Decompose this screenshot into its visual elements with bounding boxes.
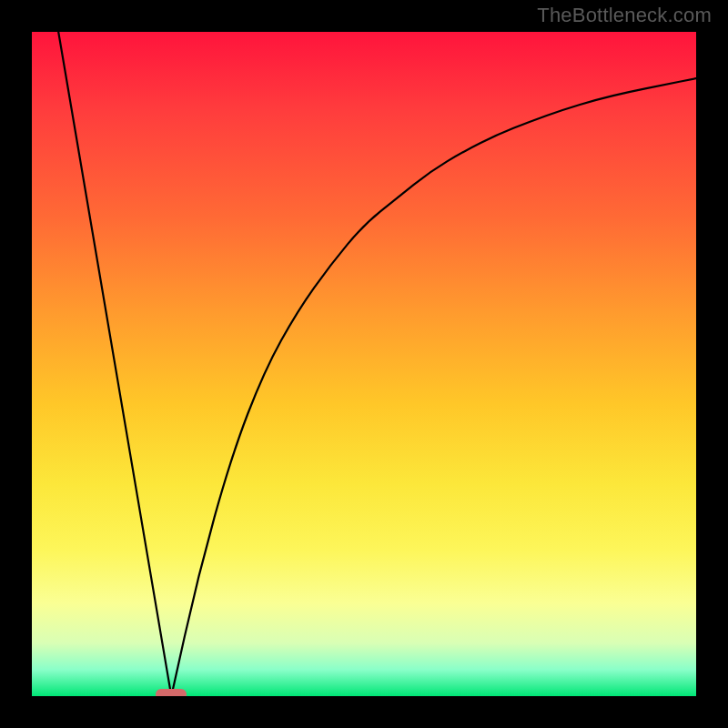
curve-svg <box>32 32 696 696</box>
watermark-text: TheBottleneck.com <box>537 4 712 27</box>
plot-area <box>32 32 696 696</box>
curve-path <box>58 32 696 696</box>
chart-frame: TheBottleneck.com <box>0 0 728 728</box>
bottleneck-marker <box>156 689 187 696</box>
